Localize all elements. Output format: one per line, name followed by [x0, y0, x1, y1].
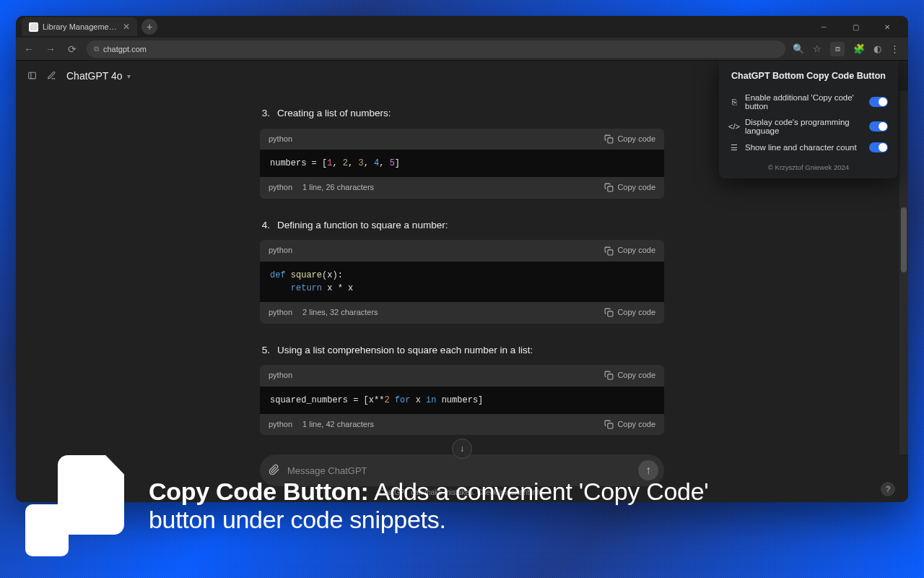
sidebar-toggle-icon[interactable]	[27, 70, 37, 82]
code-stats: 1 line, 42 characters	[302, 418, 374, 431]
code-header: python Copy code	[260, 240, 664, 262]
code-footer: python 2 lines, 32 characters Copy code	[260, 302, 664, 324]
titlebar: ⬜ Library Management System C ✕ + ─ ▢ ✕	[16, 16, 908, 38]
extensions-menu-icon[interactable]: 🧩	[853, 43, 865, 54]
scrollbar[interactable]	[899, 91, 908, 454]
tab-title: Library Management System C	[43, 22, 118, 31]
promo-overlay: Copy Code Button: Adds a convenient 'Cop…	[25, 455, 917, 556]
model-selector[interactable]: ChatGPT 4o ▾	[66, 70, 131, 82]
account-icon[interactable]: ◐	[873, 43, 881, 54]
new-tab-button[interactable]: +	[141, 19, 157, 35]
code-body[interactable]: numbers = [1, 2, 3, 4, 5]	[260, 150, 664, 177]
copy-code-button-bottom[interactable]: Copy code	[604, 418, 655, 431]
code-header: python Copy code	[260, 365, 664, 387]
item-description: Using a list comprehension to square eac…	[277, 342, 664, 358]
code-body[interactable]: def square(x): return x * x	[260, 262, 664, 302]
svg-rect-7	[608, 374, 613, 379]
code-language-bottom: python	[269, 181, 292, 194]
code-language: python	[269, 369, 292, 382]
zoom-icon[interactable]: 🔍	[793, 43, 804, 54]
chatgpt-app: ChatGPT 4o ▾ KR 3. Creating a list of nu…	[16, 61, 908, 502]
copy-code-button-top[interactable]: Copy code	[604, 133, 655, 146]
item-description: Creating a list of numbers:	[277, 105, 664, 121]
ext-row-count: ☰ Show line and character count	[729, 139, 888, 156]
browser-window: ⬜ Library Management System C ✕ + ─ ▢ ✕ …	[16, 16, 908, 502]
svg-rect-6	[608, 311, 613, 316]
copy-code-button-top[interactable]: Copy code	[604, 369, 655, 382]
bookmark-icon[interactable]: ☆	[813, 43, 821, 54]
address-bar[interactable]: ⧉ chatgpt.com	[87, 40, 785, 58]
code-block: python Copy code numbers = [1, 2, 3, 4, …	[260, 129, 664, 199]
list-icon: ☰	[729, 143, 739, 152]
site-info-icon[interactable]: ⧉	[94, 45, 99, 53]
item-number: 5.	[260, 342, 270, 358]
extension-footer: © Krzysztof Gniewek 2024	[729, 163, 888, 171]
browser-tab[interactable]: ⬜ Library Management System C ✕	[22, 17, 137, 36]
toggle-copy[interactable]	[869, 97, 888, 107]
close-window-button[interactable]: ✕	[872, 17, 902, 37]
minimize-button[interactable]: ─	[808, 17, 839, 37]
svg-rect-0	[29, 72, 36, 79]
extension-title: ChatGPT Bottom Copy Code Button	[729, 71, 888, 81]
copy-icon: ⎘	[729, 98, 739, 106]
code-language-bottom: python	[269, 306, 292, 319]
extension-popup: ChatGPT Bottom Copy Code Button ⎘ Enable…	[719, 61, 898, 178]
code-footer: python 1 line, 42 characters Copy code	[260, 414, 664, 436]
copy-code-button-bottom[interactable]: Copy code	[604, 306, 655, 319]
menu-icon[interactable]: ⋮	[890, 43, 899, 54]
item-number: 4.	[260, 217, 270, 233]
code-language-bottom: python	[269, 418, 292, 431]
code-footer: python 1 line, 26 characters Copy code	[260, 177, 664, 199]
reload-button[interactable]: ⟳	[65, 43, 79, 55]
model-name: ChatGPT 4o	[66, 70, 123, 82]
code-header: python Copy code	[260, 129, 664, 150]
item-number: 3.	[260, 105, 270, 121]
toolbar-icons: 🔍 ☆ ⧈ 🧩 ◐ ⋮	[793, 42, 902, 56]
item-description: Defining a function to square a number:	[277, 217, 664, 233]
copy-code-button-top[interactable]: Copy code	[604, 244, 655, 257]
code-icon: </>	[729, 122, 739, 131]
code-stats: 2 lines, 32 characters	[302, 306, 378, 319]
code-body[interactable]: squared_numbers = [x**2 for x in numbers…	[260, 387, 664, 414]
svg-rect-8	[608, 423, 613, 428]
tab-close-icon[interactable]: ✕	[123, 22, 130, 32]
url-text: chatgpt.com	[103, 45, 147, 53]
svg-rect-5	[608, 250, 613, 255]
forward-button[interactable]: →	[43, 43, 58, 55]
browser-toolbar: ← → ⟳ ⧉ chatgpt.com 🔍 ☆ ⧈ 🧩 ◐ ⋮	[16, 38, 908, 61]
code-language: python	[269, 133, 292, 146]
tab-favicon: ⬜	[29, 22, 38, 32]
svg-rect-4	[608, 186, 613, 191]
list-item: 3. Creating a list of numbers:	[260, 105, 664, 121]
list-item: 5. Using a list comprehension to square …	[260, 342, 664, 358]
code-language: python	[269, 244, 292, 257]
new-chat-icon[interactable]	[47, 70, 56, 82]
promo-logo	[25, 455, 130, 556]
extension-icon[interactable]: ⧈	[830, 42, 845, 56]
code-block: python Copy code def square(x): return x…	[260, 240, 664, 323]
window-controls: ─ ▢ ✕	[808, 17, 902, 37]
code-block: python Copy code squared_numbers = [x**2…	[260, 365, 664, 435]
toggle-count[interactable]	[869, 142, 888, 152]
chevron-down-icon: ▾	[127, 72, 131, 80]
promo-text: Copy Code Button: Adds a convenient 'Cop…	[149, 478, 708, 534]
ext-row-lang: </> Display code's programming language	[729, 114, 888, 139]
maximize-button[interactable]: ▢	[840, 17, 871, 37]
list-item: 4. Defining a function to square a numbe…	[260, 217, 664, 233]
ext-row-copy: ⎘ Enable additional 'Copy code' button	[729, 90, 888, 114]
toggle-lang[interactable]	[869, 121, 888, 131]
svg-rect-3	[608, 138, 613, 143]
copy-code-button-bottom[interactable]: Copy code	[604, 181, 655, 194]
back-button[interactable]: ←	[22, 43, 36, 55]
code-stats: 1 line, 26 characters	[302, 181, 374, 194]
